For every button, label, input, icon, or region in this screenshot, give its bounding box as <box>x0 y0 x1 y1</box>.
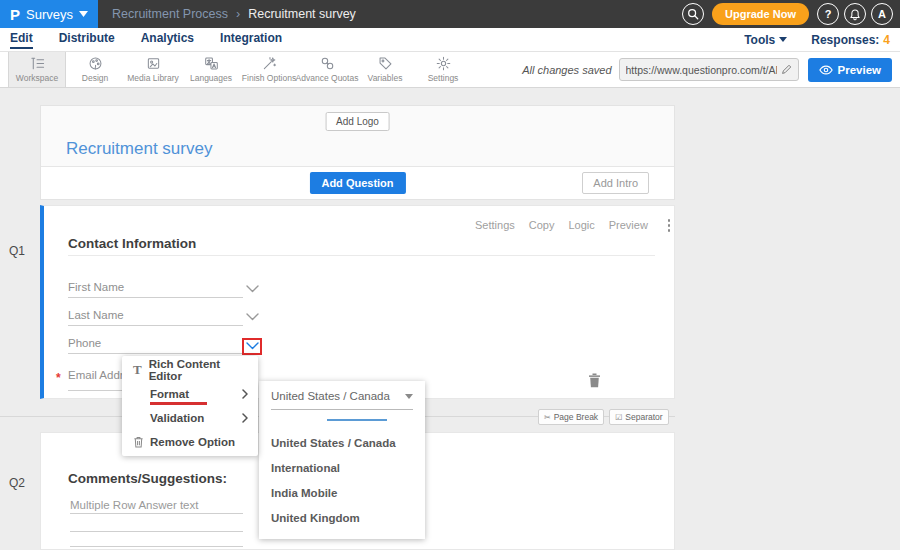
add-question-button[interactable]: Add Question <box>309 172 405 194</box>
tab-analytics[interactable]: Analytics <box>141 31 194 49</box>
delete-question-button[interactable] <box>588 373 601 388</box>
survey-nav-bar: Edit Distribute Analytics Integration To… <box>0 28 900 52</box>
field-label-first-name[interactable]: First Name <box>68 281 124 293</box>
field-underline <box>68 353 243 354</box>
menu-item-label: Format <box>150 388 189 400</box>
page-break-button[interactable]: ✂ Page Break <box>538 409 604 425</box>
tools-menu[interactable]: Tools <box>744 33 787 47</box>
notifications-button[interactable] <box>844 3 866 25</box>
topbar-actions: Upgrade Now ? A <box>682 3 900 25</box>
toolbar-item-label: Media Library <box>127 73 179 83</box>
toolbar-item-label: Variables <box>368 73 403 83</box>
media-library-icon <box>146 56 161 71</box>
separator-button[interactable]: ☑ Separator <box>609 409 669 425</box>
chevron-down-icon <box>246 285 259 293</box>
field-dropdown-chevron-first-name[interactable] <box>246 285 259 293</box>
toolbar-item-label: Workspace <box>16 73 58 83</box>
field-underline <box>68 325 243 326</box>
format-option-india-mobile[interactable]: India Mobile <box>271 481 425 506</box>
question-title-q1[interactable]: Contact Information <box>68 236 196 251</box>
responses-count: 4 <box>883 33 890 47</box>
insert-bar: ✂ Page Break ☑ Separator <box>538 409 669 425</box>
toolbar-item-label: Settings <box>428 73 459 83</box>
menu-item-rich-content-editor[interactable]: T Rich Content Editor <box>122 358 258 382</box>
field-label-last-name[interactable]: Last Name <box>68 309 124 321</box>
tab-integration[interactable]: Integration <box>220 31 282 49</box>
upgrade-now-button[interactable]: Upgrade Now <box>712 3 809 25</box>
submenu-arrow-icon <box>242 413 248 423</box>
annotation-highlight-box <box>242 338 262 355</box>
field-label-phone[interactable]: Phone <box>68 337 101 349</box>
breadcrumb: Recruitment Process › Recruitment survey <box>112 7 356 21</box>
question-preview-link[interactable]: Preview <box>609 219 648 231</box>
toolbar-item-advance-quotas[interactable]: Advance Quotas <box>298 52 356 87</box>
product-switcher[interactable]: P Surveys <box>0 0 98 28</box>
format-option-international[interactable]: International <box>271 456 425 481</box>
help-button[interactable]: ? <box>817 3 839 25</box>
survey-title[interactable]: Recruitment survey <box>66 139 212 159</box>
toolbar-item-media-library[interactable]: Media Library <box>124 52 182 87</box>
question-logic-link[interactable]: Logic <box>568 219 594 231</box>
field-dropdown-chevron-last-name[interactable] <box>246 313 259 321</box>
toolbar-item-label: Languages <box>190 73 232 83</box>
product-name: Surveys <box>26 7 73 22</box>
trash-icon <box>588 373 601 388</box>
question-number-q1: Q1 <box>9 244 25 258</box>
multirow-answer-placeholder[interactable]: Multiple Row Answer text <box>70 499 198 511</box>
edit-pencil-icon[interactable] <box>781 64 792 75</box>
preview-label: Preview <box>838 64 881 76</box>
toolbar-item-settings[interactable]: Settings <box>414 52 472 87</box>
separator-icon: ☑ <box>615 413 622 422</box>
add-intro-button[interactable]: Add Intro <box>582 172 649 194</box>
toolbar-item-variables[interactable]: Variables <box>356 52 414 87</box>
submenu-arrow-icon <box>242 389 248 399</box>
tab-edit[interactable]: Edit <box>10 31 33 49</box>
menu-item-remove-option[interactable]: Remove Option <box>122 430 258 454</box>
survey-url: https://www.questionpro.com/t/APNrFZ <box>626 64 777 76</box>
responses-link[interactable]: Responses: 4 <box>811 33 890 47</box>
survey-header-card: Add Logo Recruitment survey Add Question… <box>40 105 675 200</box>
menu-item-validation[interactable]: Validation <box>122 406 258 430</box>
help-icon: ? <box>825 8 832 20</box>
languages-icon <box>204 56 219 71</box>
format-option-united-kingdom[interactable]: United Kingdom <box>271 506 425 531</box>
toolbar-item-finish-options[interactable]: Finish Options <box>240 52 298 87</box>
toolbar-item-workspace[interactable]: Workspace <box>8 52 66 87</box>
format-options-list: United States / Canada International Ind… <box>271 431 425 531</box>
field-options-context-menu: T Rich Content Editor Format Validation … <box>122 356 258 456</box>
questionpro-logo: P <box>10 6 20 23</box>
account-button[interactable]: A <box>871 3 893 25</box>
add-logo-button[interactable]: Add Logo <box>325 112 390 131</box>
format-select[interactable]: United States / Canada <box>271 390 413 410</box>
question-title-q2[interactable]: Comments/Suggestions: <box>68 471 227 486</box>
separator-label: Separator <box>625 412 662 422</box>
breadcrumb-separator: › <box>236 7 240 21</box>
page-break-icon: ✂ <box>544 413 551 422</box>
breadcrumb-folder[interactable]: Recruitment Process <box>112 7 228 21</box>
tab-distribute[interactable]: Distribute <box>59 31 115 49</box>
preview-button[interactable]: Preview <box>808 58 892 82</box>
field-underline <box>68 297 243 298</box>
selected-option-indicator <box>327 419 387 421</box>
toolbar-item-design[interactable]: Design <box>66 52 124 87</box>
question-actions-q1: Settings Copy Logic Preview <box>475 217 672 234</box>
answer-line <box>70 531 243 532</box>
page-break-label: Page Break <box>554 412 598 422</box>
format-selected-value: United States / Canada <box>271 390 390 402</box>
text-editor-icon: T <box>133 362 149 378</box>
design-icon <box>88 56 103 71</box>
format-option-us-canada[interactable]: United States / Canada <box>271 431 425 456</box>
question-copy-link[interactable]: Copy <box>529 219 555 231</box>
nav-right: Tools Responses: 4 <box>744 33 900 47</box>
responses-label: Responses: <box>811 33 879 47</box>
toolbar-item-languages[interactable]: Languages <box>182 52 240 87</box>
toolbar-item-label: Design <box>82 73 108 83</box>
search-button[interactable] <box>682 3 704 25</box>
survey-url-field[interactable]: https://www.questionpro.com/t/APNrFZ <box>619 58 799 81</box>
save-status: All changes saved <box>522 64 611 76</box>
question-settings-link[interactable]: Settings <box>475 219 515 231</box>
menu-item-label: Validation <box>150 412 204 424</box>
editor-toolbar: Workspace Design Media Library Languages… <box>0 52 900 88</box>
menu-item-format[interactable]: Format <box>122 382 258 406</box>
kebab-menu-icon[interactable] <box>666 217 673 234</box>
